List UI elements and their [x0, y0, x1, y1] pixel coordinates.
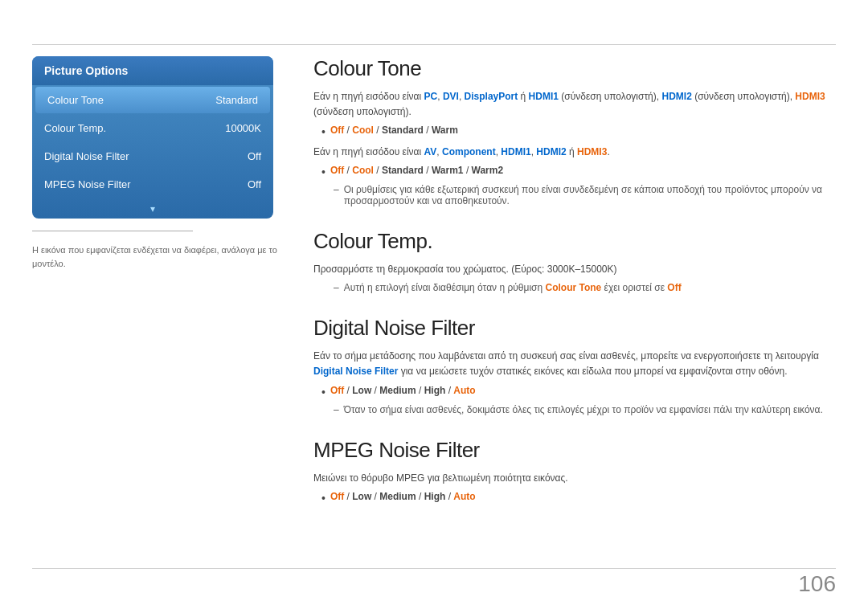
colour-tone-options1: • Off / Cool / Standard / Warm: [321, 125, 836, 139]
menu-item-colour-tone[interactable]: Colour Tone Standard: [35, 87, 270, 113]
section-colour-temp: Colour Temp. Προσαρμόστε τη θερμοκρασία …: [313, 229, 836, 293]
colour-temp-title: Colour Temp.: [313, 229, 836, 254]
mpeg-noise-para1: Μειώνει το θόρυβο MPEG για βελτιωμένη πο…: [313, 471, 836, 486]
top-divider: [32, 44, 836, 45]
menu-item-digital-noise-label: Digital Noise Filter: [44, 150, 129, 162]
picture-options-title: Picture Options: [32, 56, 273, 85]
colour-tone-para2: Εάν η πηγή εισόδου είναι AV, Component, …: [313, 145, 836, 160]
digital-noise-para1: Εάν το σήμα μετάδοσης που λαμβάνεται από…: [313, 349, 836, 379]
mpeg-noise-title: MPEG Noise Filter: [313, 438, 836, 463]
left-footnote: Η εικόνα που εμφανίζεται ενδέχεται να δι…: [32, 243, 281, 270]
colour-tone-dash: – Οι ρυθμίσεις για κάθε εξωτερική συσκευ…: [326, 184, 836, 206]
colour-temp-dash: – Αυτή η επιλογή είναι διαθέσιμη όταν η …: [326, 282, 836, 293]
section-colour-tone: Colour Tone Εάν η πηγή εισόδου είναι PC,…: [313, 56, 836, 206]
menu-item-colour-temp-value: 10000K: [225, 122, 261, 134]
left-separator: [32, 231, 193, 231]
menu-item-mpeg-noise-value: Off: [248, 178, 261, 190]
colour-tone-title: Colour Tone: [313, 56, 836, 81]
mpeg-noise-options: • Off / Low / Medium / High / Auto: [321, 491, 836, 505]
page-number: 106: [798, 571, 836, 597]
menu-item-colour-tone-label: Colour Tone: [47, 94, 104, 106]
menu-item-colour-tone-value: Standard: [215, 94, 258, 106]
colour-temp-para1: Προσαρμόστε τη θερμοκρασία του χρώματος.…: [313, 262, 836, 277]
menu-item-mpeg-noise[interactable]: MPEG Noise Filter Off: [32, 171, 273, 198]
menu-arrow-icon: ▾: [32, 199, 273, 219]
menu-item-colour-temp[interactable]: Colour Temp. 10000K: [32, 115, 273, 141]
left-panel: Picture Options Colour Tone Standard Col…: [32, 56, 281, 270]
colour-tone-para1: Εάν η πηγή εισόδου είναι PC, DVI, Displa…: [313, 89, 836, 120]
section-digital-noise: Digital Noise Filter Εάν το σήμα μετάδοσ…: [313, 316, 836, 415]
picture-options-box: Picture Options Colour Tone Standard Col…: [32, 56, 273, 219]
menu-item-digital-noise-value: Off: [248, 150, 261, 162]
menu-item-digital-noise[interactable]: Digital Noise Filter Off: [32, 143, 273, 170]
bottom-divider: [32, 568, 836, 569]
right-panel: Colour Tone Εάν η πηγή εισόδου είναι PC,…: [313, 56, 836, 528]
section-mpeg-noise: MPEG Noise Filter Μειώνει το θόρυβο MPEG…: [313, 438, 836, 505]
menu-item-colour-temp-label: Colour Temp.: [44, 122, 106, 134]
digital-noise-dash: – Όταν το σήμα είναι ασθενές, δοκιμάστε …: [326, 404, 836, 415]
digital-noise-options: • Off / Low / Medium / High / Auto: [321, 385, 836, 399]
menu-item-mpeg-noise-label: MPEG Noise Filter: [44, 178, 131, 190]
digital-noise-title: Digital Noise Filter: [313, 316, 836, 341]
colour-tone-options2: • Off / Cool / Standard / Warm1 / Warm2: [321, 165, 836, 179]
